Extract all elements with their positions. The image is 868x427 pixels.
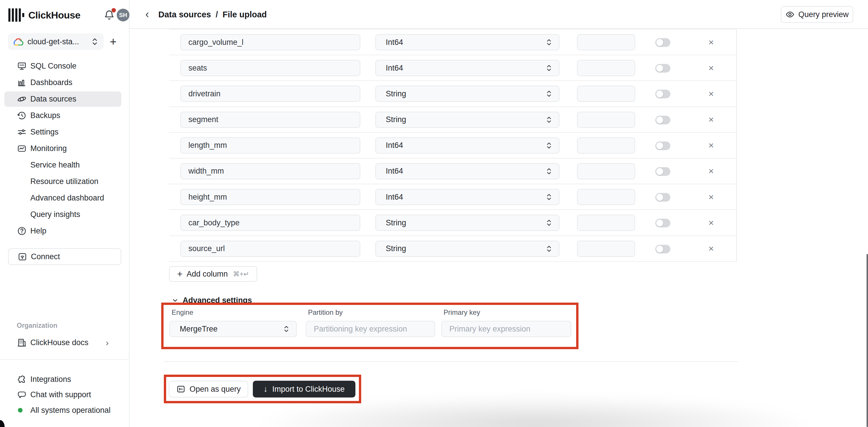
remove-column-button[interactable]: × xyxy=(705,87,717,100)
dashboards-icon xyxy=(17,78,27,88)
chevron-updown-icon xyxy=(546,90,552,98)
column-row: Int64 × xyxy=(169,133,736,159)
nullable-toggle[interactable] xyxy=(655,64,670,73)
clickhouse-cloud-app: ClickHouse SH cloud-get-sta... xyxy=(0,0,868,427)
nullable-toggle[interactable] xyxy=(655,245,670,253)
terminal-icon xyxy=(176,385,186,394)
open-as-query-button[interactable]: Open as query xyxy=(169,381,248,398)
primary-key-label: Primary key xyxy=(443,308,480,316)
partition-by-input[interactable] xyxy=(306,321,435,337)
sidebar-item-chat-support[interactable]: Chat with support xyxy=(0,387,129,402)
sidebar-item-service-health[interactable]: Service health xyxy=(0,157,129,173)
plus-icon: + xyxy=(177,269,183,280)
column-name-input[interactable] xyxy=(180,34,360,50)
connect-button[interactable]: Connect xyxy=(8,248,121,265)
sidebar-item-backups[interactable]: Backups xyxy=(0,107,129,124)
column-name-input[interactable] xyxy=(180,137,360,153)
add-service-button[interactable]: + xyxy=(110,36,117,48)
remove-column-button[interactable]: × xyxy=(705,191,717,203)
column-name-input[interactable] xyxy=(180,163,360,179)
column-default-input[interactable] xyxy=(577,112,635,128)
column-default-input[interactable] xyxy=(577,241,635,257)
connect-icon xyxy=(17,252,27,261)
sidebar: ClickHouse SH cloud-get-sta... xyxy=(0,0,129,427)
sidebar-item-monitoring[interactable]: Monitoring xyxy=(0,140,129,157)
sidebar-item-query-insights[interactable]: Query insights xyxy=(0,206,129,223)
sidebar-item-resource-utilization[interactable]: Resource utilization xyxy=(0,173,129,190)
sidebar-item-system-status[interactable]: All systems operational xyxy=(0,402,129,418)
nullable-toggle[interactable] xyxy=(655,116,670,124)
sidebar-item-clickhouse-docs[interactable]: ClickHouse docs › xyxy=(0,335,129,351)
column-row: Int64 × xyxy=(169,29,736,55)
column-type-select[interactable]: String xyxy=(375,86,559,102)
column-name-input[interactable] xyxy=(180,86,360,102)
sidebar-item-advanced-dashboard[interactable]: Advanced dashboard xyxy=(0,190,129,206)
sidebar-item-settings[interactable]: Settings xyxy=(0,124,129,140)
remove-column-button[interactable]: × xyxy=(705,139,717,152)
chevron-updown-icon xyxy=(546,193,552,201)
column-type-select[interactable]: Int64 xyxy=(375,189,559,205)
chevron-updown-icon xyxy=(546,167,552,175)
file-upload-main: Int64 × I xyxy=(129,29,868,427)
column-default-input[interactable] xyxy=(577,34,635,50)
column-name-input[interactable] xyxy=(180,241,360,257)
vertical-scrollbar[interactable] xyxy=(867,254,868,427)
sidebar-item-help[interactable]: Help xyxy=(0,223,129,239)
breadcrumb-data-sources[interactable]: Data sources xyxy=(158,10,211,19)
nullable-toggle[interactable] xyxy=(655,141,670,150)
column-type-select[interactable]: Int64 xyxy=(375,60,559,76)
remove-column-button[interactable]: × xyxy=(705,36,717,49)
avatar[interactable]: SH xyxy=(117,9,129,21)
column-name-input[interactable] xyxy=(180,215,360,231)
back-button[interactable]: ‹ xyxy=(145,8,149,21)
primary-key-input[interactable] xyxy=(441,321,571,337)
service-selector[interactable]: cloud-get-sta... xyxy=(8,33,103,50)
sidebar-item-data-sources[interactable]: Data sources xyxy=(0,91,129,107)
sidebar-item-sql-console[interactable]: SQL Console xyxy=(0,58,129,74)
sidebar-item-integrations[interactable]: Integrations xyxy=(0,371,129,387)
nullable-toggle[interactable] xyxy=(655,193,670,202)
remove-column-button[interactable]: × xyxy=(705,62,717,74)
column-default-input[interactable] xyxy=(577,86,635,102)
sidebar-header: ClickHouse SH xyxy=(8,8,121,22)
status-ok-dot-icon xyxy=(18,408,23,412)
column-type-select[interactable]: Int64 xyxy=(375,34,559,50)
column-type-select[interactable]: Int64 xyxy=(375,137,559,153)
column-default-input[interactable] xyxy=(577,189,635,205)
integrations-puzzle-icon xyxy=(17,374,27,384)
breadcrumb-file-upload[interactable]: File upload xyxy=(222,10,267,19)
column-default-input[interactable] xyxy=(577,137,635,153)
sidebar-divider xyxy=(0,359,129,360)
column-default-input[interactable] xyxy=(577,163,635,179)
nullable-toggle[interactable] xyxy=(655,90,670,98)
column-name-input[interactable] xyxy=(180,189,360,205)
column-default-input[interactable] xyxy=(577,60,635,76)
remove-column-button[interactable]: × xyxy=(705,113,717,126)
engine-select[interactable]: MergeTree xyxy=(169,321,297,337)
footer-actions: Open as query ↓ Import to ClickHouse xyxy=(164,375,361,403)
column-default-input[interactable] xyxy=(577,215,635,231)
nullable-toggle[interactable] xyxy=(655,219,670,227)
import-to-clickhouse-button[interactable]: ↓ Import to ClickHouse xyxy=(253,381,355,398)
remove-column-button[interactable]: × xyxy=(705,217,717,229)
column-type-select[interactable]: String xyxy=(375,215,559,231)
eye-icon xyxy=(785,10,795,19)
advanced-settings-panel: Engine Partition by Primary key MergeTre… xyxy=(161,303,579,349)
add-column-button[interactable]: + Add column ⌘+↵ xyxy=(169,266,257,282)
nullable-toggle[interactable] xyxy=(655,38,670,47)
column-type-select[interactable]: Int64 xyxy=(375,163,559,179)
notification-badge xyxy=(112,8,116,12)
query-preview-button[interactable]: Query preview xyxy=(781,6,853,23)
column-type-select[interactable]: String xyxy=(375,241,559,257)
service-name: cloud-get-sta... xyxy=(27,37,92,46)
nullable-toggle[interactable] xyxy=(655,167,670,176)
sidebar-item-dashboards[interactable]: Dashboards xyxy=(0,74,129,91)
remove-column-button[interactable]: × xyxy=(705,165,717,178)
column-type-select[interactable]: String xyxy=(375,112,559,128)
notifications-button[interactable] xyxy=(104,9,115,21)
column-name-input[interactable] xyxy=(180,60,360,76)
chevron-right-icon: › xyxy=(106,338,108,348)
chevron-updown-icon xyxy=(546,141,552,149)
remove-column-button[interactable]: × xyxy=(705,243,717,255)
column-name-input[interactable] xyxy=(180,112,360,128)
